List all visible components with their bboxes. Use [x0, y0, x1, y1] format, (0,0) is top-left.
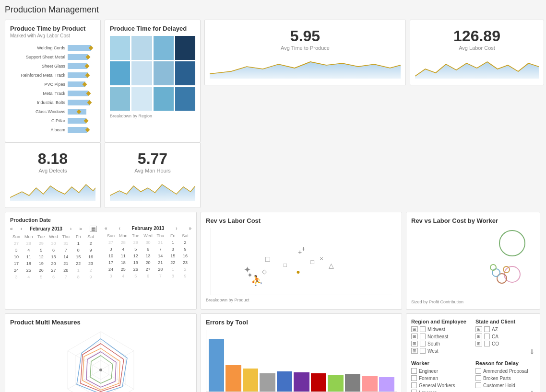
legend-expand-az[interactable]: ⊞ [475, 326, 482, 332]
svg-point-19 [99, 369, 102, 371]
legend-co[interactable]: ⊞ CO [475, 341, 535, 346]
legend-expand-midwest[interactable]: ⊞ [411, 326, 418, 332]
rev-labor-worker-title: Rev vs Labor Cost by Worker [411, 217, 535, 224]
heatmap-cell-5 [131, 61, 152, 85]
legend-engineer[interactable]: Engineer [411, 368, 471, 374]
rev-labor-subtitle: Breakdown by Product [206, 298, 397, 302]
scatter-symbol-12: ⛹ [251, 275, 263, 286]
scatter-symbol-3: + [302, 245, 306, 253]
legend-broken-parts[interactable]: Broken Parts [475, 375, 535, 381]
bar-6 [294, 372, 309, 392]
legend-expand-co[interactable]: ⊞ [475, 341, 482, 346]
legend-az[interactable]: ⊞ AZ [475, 326, 535, 332]
state-client-section: State and Client ⊞ AZ ⊞ CA ⊞ CO ⇓ [475, 319, 535, 356]
produce-time-chart: Welding CordsSupport Sheet MetalSheet Gl… [10, 42, 95, 137]
produce-time-row-3: Reinforced Metal Track [10, 71, 95, 79]
cal1-grid: Sun Mon Tue Wed Thu Fri Sat 27 28 29 30 … [10, 233, 97, 280]
legend-customer-hold[interactable]: Customer Hold [475, 382, 535, 388]
reason-scroll[interactable]: ⇓ [475, 390, 535, 392]
bar-1 [209, 339, 224, 392]
cal1-prev-prev[interactable]: « [10, 226, 13, 231]
metric-avg-labor-value: 126.89 [415, 27, 539, 45]
legend-northeast[interactable]: ⊞ Northeast [411, 334, 471, 339]
cal2-next-next[interactable]: » [189, 226, 191, 231]
bar-7 [311, 373, 326, 392]
legend-ammended[interactable]: Ammended Proposal [475, 368, 535, 374]
bubble-small-3 [503, 266, 510, 273]
sparkline-avg-labor [415, 55, 539, 79]
bar-3 [243, 369, 258, 392]
cal2-prev[interactable]: ‹ [119, 226, 120, 231]
rev-labor-worker-card: Rev vs Labor Cost by Worker Sized by Pro… [406, 212, 540, 310]
cal1-range-icon[interactable]: ▦ [90, 226, 97, 232]
row1: 5.95 Avg Time to Produce 126.89 Avg Labo… [5, 20, 541, 142]
cal1-next[interactable]: › [70, 226, 71, 231]
legend-expand-south[interactable]: ⊞ [411, 341, 418, 346]
legend-expand-ca[interactable]: ⊞ [475, 334, 482, 339]
heatmap-cell-7 [175, 61, 195, 85]
heatmap-cell-3 [175, 36, 195, 60]
metric-avg-labor-label: Avg Labor Cost [415, 45, 539, 51]
produce-time-subtitle: Marked with Avg Labor Cost [10, 33, 95, 38]
state-client-scroll[interactable]: ⇓ [475, 348, 535, 356]
row2: 8.18 Avg Defects 5.77 Avg Man Hours [5, 142, 541, 208]
cal2-prev-prev[interactable]: « [105, 226, 107, 231]
legend-lawyers-label: Lawyers [419, 390, 437, 392]
metric-avg-time-value: 5.95 [210, 27, 401, 45]
svg-marker-3 [110, 184, 195, 201]
legend-expand-west[interactable]: ⊞ [411, 348, 418, 354]
legend-south-label: South [427, 341, 440, 346]
worker-reason-grid: Worker Engineer Foreman General Workers [411, 360, 535, 392]
legend-co-label: CO [492, 341, 499, 346]
sparkline-avg-time [210, 55, 401, 79]
rev-labor-worker-subtitle: Sized by Profit Contribution [411, 300, 535, 304]
produce-time-card: Produce Time by Product Marked with Avg … [5, 20, 101, 142]
cal1-next-next[interactable]: » [79, 226, 82, 231]
metric-avg-defects-label: Avg Defects [10, 168, 95, 173]
legend-ca[interactable]: ⊞ CA [475, 334, 535, 339]
region-employee-title: Region and Employee [411, 319, 471, 324]
legend-midwest[interactable]: ⊞ Midwest [411, 326, 471, 332]
cal1-prev[interactable]: ‹ [21, 226, 22, 231]
bar-8 [328, 375, 343, 392]
svg-marker-2 [10, 184, 95, 201]
heatmap-cell-10 [154, 87, 174, 111]
legend-south[interactable]: ⊞ South [411, 341, 471, 346]
product-multi-card: Product Multi Measures [5, 313, 197, 392]
heatmap-title: Produce Time for Delayed [110, 25, 195, 32]
heatmap-cell-8 [110, 87, 130, 111]
bar-10 [362, 376, 377, 392]
legend-west-label: West [427, 348, 439, 354]
legend-foreman-label: Foreman [419, 376, 438, 381]
legend-general-workers-label: General Workers [419, 383, 455, 388]
metric-avg-time-label: Avg Time to Produce [210, 45, 401, 51]
scatter-symbol-10: △ [329, 262, 334, 269]
heatmap-cell-6 [154, 61, 174, 85]
legend-expand-northeast[interactable]: ⊞ [411, 334, 418, 339]
scatter-symbol-6: + [298, 248, 302, 256]
legend-grid: Region and Employee ⊞ Midwest ⊞ Northeas… [411, 319, 535, 356]
legend-west[interactable]: ⊞ West [411, 348, 471, 354]
region-employee-section: Region and Employee ⊞ Midwest ⊞ Northeas… [411, 319, 471, 356]
rev-labor-scatter: □ ◇ + □ × + ✦ ✦ ● △ □ ⛹ [211, 228, 392, 295]
produce-time-row-1: Support Sheet Metal [10, 53, 95, 61]
rev-labor-card: Rev vs Labor Cost □ ◇ + □ × + ✦ ✦ ● △ □ … [201, 212, 402, 310]
dual-calendar: « ‹ February 2013 › » ▦ Sun Mon Tue Wed … [10, 226, 191, 280]
metric-avg-time: 5.95 Avg Time to Produce [204, 20, 406, 85]
scatter-symbol-5: × [320, 255, 323, 262]
worker-title: Worker [411, 360, 471, 366]
cal1-month: February 2013 [30, 226, 62, 231]
legend-foreman[interactable]: Foreman [411, 375, 471, 381]
heatmap-grid [110, 36, 195, 111]
bar-11 [379, 377, 394, 392]
legend-general-workers[interactable]: General Workers [411, 382, 471, 388]
legend-lawyers[interactable]: Lawyers [411, 390, 471, 392]
cal2-next[interactable]: › [176, 226, 177, 231]
scatter-symbol-11: □ [284, 262, 287, 268]
page-title: Production Management [5, 5, 541, 15]
sparkline-avg-defects [10, 177, 95, 201]
bar-9 [345, 374, 360, 392]
heatmap-subtitle: Breakdown by Region [110, 114, 195, 118]
produce-time-row-2: Sheet Glass [10, 62, 95, 70]
worker-section: Worker Engineer Foreman General Workers [411, 360, 471, 392]
